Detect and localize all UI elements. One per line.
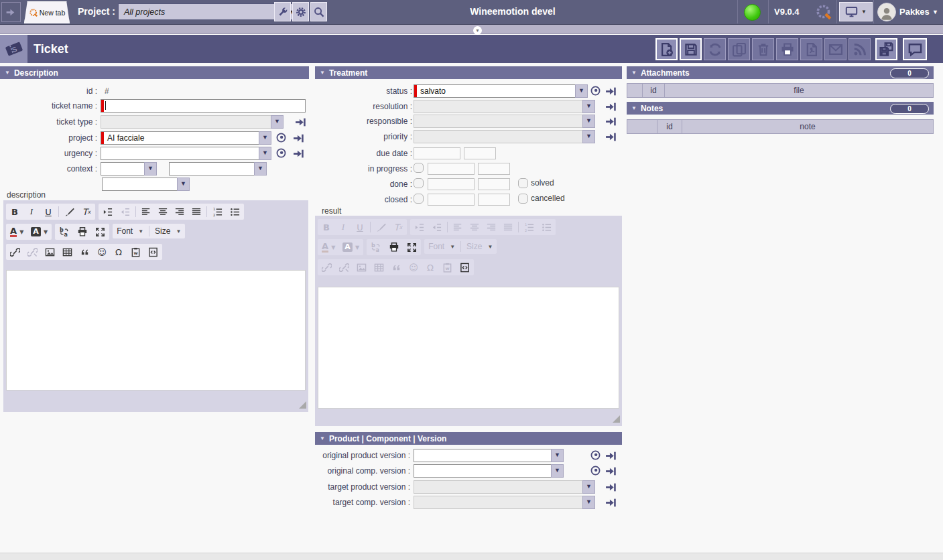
insert-table-button[interactable] [62, 246, 72, 258]
blockquote-button[interactable] [80, 246, 90, 258]
context-select-2[interactable]: ▼ [169, 162, 267, 176]
context-select-1[interactable]: ▼ [101, 162, 157, 176]
urgency-select[interactable]: ▼ [101, 147, 271, 160]
align-right-button[interactable] [175, 206, 184, 218]
search-button[interactable] [310, 2, 327, 21]
paste-from-word-button[interactable] [131, 246, 141, 258]
chevron-down-icon[interactable]: ▼ [582, 100, 595, 113]
save-all-button[interactable] [875, 38, 897, 60]
size-dropdown[interactable]: Size▼ [155, 226, 181, 236]
link-button[interactable] [10, 246, 20, 258]
chevron-down-icon[interactable]: ▼ [582, 496, 595, 509]
align-center-button[interactable] [158, 206, 168, 218]
chevron-down-icon[interactable]: ▼ [254, 162, 267, 176]
bullet-list-button[interactable] [230, 206, 240, 218]
settings-button[interactable] [292, 2, 309, 21]
urgency-jump-icon[interactable] [293, 148, 304, 159]
chevron-down-icon[interactable]: ▼ [551, 464, 564, 478]
project-eye-icon[interactable] [275, 132, 287, 143]
maximize-button[interactable] [407, 241, 417, 253]
new-ticket-button[interactable] [655, 38, 678, 60]
source-button[interactable] [460, 261, 470, 273]
notes-panel-header[interactable]: ▼ Notes 0 [627, 102, 934, 115]
chevron-down-icon[interactable]: ▼ [271, 115, 284, 129]
chevron-down-icon[interactable]: ▼ [582, 130, 595, 143]
priority-jump-icon[interactable] [605, 131, 617, 143]
user-menu-chevron-icon[interactable]: ▼ [932, 9, 938, 15]
target-product-version-jump-icon[interactable] [605, 482, 617, 493]
status-eye-icon[interactable] [590, 85, 601, 96]
responsible-jump-icon[interactable] [605, 116, 617, 127]
due-time-input[interactable] [464, 147, 496, 159]
original-comp-version-eye-icon[interactable] [590, 465, 601, 476]
bold-button[interactable]: B [10, 206, 19, 218]
smiley-button[interactable]: ☺ [97, 246, 107, 258]
change-case-button[interactable] [59, 226, 70, 238]
description-editor-body[interactable] [6, 270, 306, 391]
chevron-down-icon[interactable]: ▼ [582, 115, 595, 128]
chevron-down-icon[interactable]: ▼ [551, 449, 564, 462]
remove-format-button[interactable]: Tx [82, 206, 91, 218]
attachments-panel-header[interactable]: ▼ Attachments 0 [627, 66, 934, 79]
resize-handle[interactable] [299, 401, 306, 409]
done-checkbox[interactable] [414, 178, 424, 188]
save-button[interactable] [680, 38, 702, 60]
ticket-name-input[interactable] [101, 99, 306, 113]
original-comp-version-select[interactable]: ▼ [414, 464, 564, 478]
chevron-down-icon[interactable]: ▼ [259, 131, 271, 145]
original-comp-version-jump-icon[interactable] [605, 466, 617, 477]
print-doc-button[interactable] [389, 241, 399, 253]
context-select-3[interactable]: ▼ [102, 178, 190, 191]
underline-button[interactable]: U [44, 206, 53, 218]
in-progress-time-input[interactable] [478, 163, 510, 175]
treatment-panel-header[interactable]: ▼ Treatment [315, 66, 622, 79]
source-button[interactable] [148, 246, 158, 258]
collapse-toolbar-button[interactable]: ▼ [473, 26, 482, 35]
display-menu-button[interactable]: ▼ [839, 2, 873, 21]
font-dropdown[interactable]: Font▼ [117, 226, 143, 236]
numbered-list-button[interactable] [212, 206, 223, 218]
product-panel-header[interactable]: ▼ Product | Component | Version [315, 432, 622, 445]
chevron-down-icon[interactable]: ▼ [259, 147, 271, 160]
description-panel-header[interactable]: ▼ Description [0, 66, 309, 79]
in-progress-date-input[interactable] [428, 163, 475, 175]
in-progress-checkbox[interactable] [414, 163, 424, 173]
background-color-button[interactable]: A ▼ [31, 226, 48, 238]
indent-button[interactable] [103, 206, 113, 218]
print-doc-button[interactable] [77, 226, 88, 238]
maximize-button[interactable] [95, 226, 105, 238]
resolution-jump-icon[interactable] [605, 101, 617, 113]
text-color-button[interactable]: A ▼ [10, 226, 23, 238]
insert-image-button[interactable] [45, 246, 55, 258]
italic-button[interactable]: I [27, 206, 36, 218]
status-jump-icon[interactable] [605, 86, 617, 97]
solved-checkbox[interactable] [518, 178, 528, 188]
special-character-button[interactable]: Ω [114, 246, 123, 258]
ticket-type-jump-icon[interactable] [295, 117, 306, 128]
status-select[interactable]: salvato▼ [414, 84, 588, 98]
original-product-version-select[interactable]: ▼ [414, 449, 564, 462]
done-date-input[interactable] [428, 178, 475, 190]
resize-handle[interactable] [613, 415, 620, 423]
project-field-select[interactable]: AI facciale▼ [101, 131, 271, 145]
original-product-version-jump-icon[interactable] [605, 450, 617, 462]
closed-time-input[interactable] [478, 194, 510, 206]
copy-formatting-button[interactable] [64, 206, 74, 218]
closed-date-input[interactable] [428, 194, 475, 206]
closed-checkbox[interactable] [414, 194, 424, 204]
new-tab-button[interactable]: New tab [24, 1, 70, 23]
chevron-down-icon[interactable]: ▼ [177, 178, 190, 191]
original-product-version-eye-icon[interactable] [590, 449, 601, 461]
due-date-input[interactable] [414, 147, 460, 159]
back-arrow-button[interactable] [1, 2, 21, 22]
urgency-eye-icon[interactable] [275, 147, 287, 159]
tools-button[interactable] [274, 2, 291, 21]
align-left-button[interactable] [141, 206, 151, 218]
chevron-down-icon[interactable]: ▼ [144, 162, 157, 176]
cancelled-checkbox[interactable] [518, 194, 528, 204]
chevron-down-icon[interactable]: ▼ [582, 480, 595, 494]
justify-button[interactable] [192, 206, 201, 218]
project-select[interactable]: All projects ▼ [118, 3, 299, 20]
project-jump-icon[interactable] [293, 133, 304, 144]
target-comp-version-jump-icon[interactable] [605, 497, 617, 508]
